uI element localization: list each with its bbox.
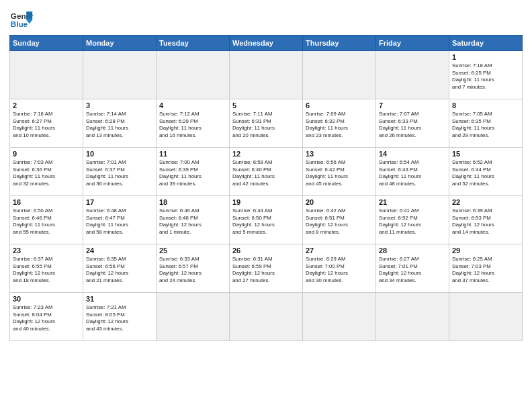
cell-text: Sunrise: 6:46 AM Sunset: 6:48 PM Dayligh…	[159, 208, 226, 236]
calendar-cell: 25Sunrise: 6:33 AM Sunset: 6:57 PM Dayli…	[157, 244, 230, 293]
weekday-header-wednesday: Wednesday	[230, 36, 303, 51]
calendar-row-5: 30Sunrise: 7:23 AM Sunset: 8:04 PM Dayli…	[10, 293, 523, 341]
cell-text: Sunrise: 6:52 AM Sunset: 6:44 PM Dayligh…	[452, 159, 519, 187]
calendar-header: SundayMondayTuesdayWednesdayThursdayFrid…	[10, 36, 523, 51]
calendar-cell: 23Sunrise: 6:37 AM Sunset: 6:55 PM Dayli…	[10, 244, 83, 293]
day-number: 27	[306, 246, 373, 255]
calendar-cell: 19Sunrise: 6:44 AM Sunset: 6:50 PM Dayli…	[230, 196, 303, 244]
cell-text: Sunrise: 7:18 AM Sunset: 6:25 PM Dayligh…	[452, 62, 519, 91]
day-number: 20	[306, 198, 373, 206]
calendar-cell: 8Sunrise: 7:05 AM Sunset: 6:35 PM Daylig…	[449, 99, 523, 148]
cell-text: Sunrise: 6:44 AM Sunset: 6:50 PM Dayligh…	[232, 208, 300, 236]
cell-text: Sunrise: 7:11 AM Sunset: 6:31 PM Dayligh…	[232, 111, 300, 139]
day-number: 1	[452, 53, 519, 61]
weekday-row: SundayMondayTuesdayWednesdayThursdayFrid…	[10, 36, 523, 51]
cell-text: Sunrise: 7:05 AM Sunset: 6:35 PM Dayligh…	[452, 111, 519, 139]
day-number: 15	[452, 150, 519, 158]
cell-text: Sunrise: 7:14 AM Sunset: 6:28 PM Dayligh…	[86, 111, 153, 139]
calendar-cell: 3Sunrise: 7:14 AM Sunset: 6:28 PM Daylig…	[83, 99, 157, 148]
day-number: 11	[159, 150, 226, 158]
day-number: 9	[13, 150, 80, 158]
calendar-cell: 27Sunrise: 6:29 AM Sunset: 7:00 PM Dayli…	[303, 244, 376, 293]
calendar-cell: 31Sunrise: 7:21 AM Sunset: 8:05 PM Dayli…	[83, 293, 157, 341]
cell-text: Sunrise: 6:33 AM Sunset: 6:57 PM Dayligh…	[159, 256, 226, 284]
calendar-cell: 29Sunrise: 6:25 AM Sunset: 7:03 PM Dayli…	[449, 244, 523, 293]
cell-text: Sunrise: 6:56 AM Sunset: 6:42 PM Dayligh…	[306, 159, 373, 187]
cell-text: Sunrise: 6:48 AM Sunset: 6:47 PM Dayligh…	[86, 208, 153, 236]
day-number: 4	[159, 101, 226, 109]
day-number: 23	[13, 246, 80, 255]
calendar-row-4: 23Sunrise: 6:37 AM Sunset: 6:55 PM Dayli…	[10, 244, 523, 293]
calendar-cell	[449, 293, 523, 341]
cell-text: Sunrise: 7:03 AM Sunset: 6:36 PM Dayligh…	[13, 159, 80, 187]
calendar-cell: 12Sunrise: 6:58 AM Sunset: 6:40 PM Dayli…	[230, 148, 303, 196]
cell-text: Sunrise: 7:00 AM Sunset: 6:39 PM Dayligh…	[159, 159, 226, 187]
day-number: 7	[379, 101, 446, 109]
calendar-cell: 10Sunrise: 7:01 AM Sunset: 6:37 PM Dayli…	[83, 148, 157, 196]
calendar-cell	[10, 51, 83, 99]
svg-marker-2	[26, 11, 32, 20]
cell-text: Sunrise: 6:42 AM Sunset: 6:51 PM Dayligh…	[306, 208, 373, 236]
weekday-header-sunday: Sunday	[10, 36, 83, 51]
weekday-header-friday: Friday	[376, 36, 449, 51]
calendar-cell: 1Sunrise: 7:18 AM Sunset: 6:25 PM Daylig…	[449, 51, 523, 99]
calendar-cell	[83, 51, 157, 99]
generalblue-logo-icon: General Blue	[9, 7, 34, 31]
cell-text: Sunrise: 6:31 AM Sunset: 6:59 PM Dayligh…	[232, 256, 300, 284]
cell-text: Sunrise: 6:54 AM Sunset: 6:43 PM Dayligh…	[379, 159, 446, 187]
calendar-cell	[157, 293, 230, 341]
calendar-cell	[303, 293, 376, 341]
calendar-cell: 13Sunrise: 6:56 AM Sunset: 6:42 PM Dayli…	[303, 148, 376, 196]
calendar-cell	[157, 51, 230, 99]
calendar-cell: 7Sunrise: 7:07 AM Sunset: 6:33 PM Daylig…	[376, 99, 449, 148]
calendar-cell: 15Sunrise: 6:52 AM Sunset: 6:44 PM Dayli…	[449, 148, 523, 196]
cell-text: Sunrise: 6:27 AM Sunset: 7:01 PM Dayligh…	[379, 256, 446, 284]
day-number: 19	[232, 198, 300, 206]
calendar-cell	[303, 51, 376, 99]
cell-text: Sunrise: 6:41 AM Sunset: 6:52 PM Dayligh…	[379, 208, 446, 236]
calendar-body: 1Sunrise: 7:18 AM Sunset: 6:25 PM Daylig…	[10, 51, 523, 341]
day-number: 10	[86, 150, 153, 158]
cell-text: Sunrise: 7:12 AM Sunset: 6:29 PM Dayligh…	[159, 111, 226, 139]
weekday-header-thursday: Thursday	[303, 36, 376, 51]
cell-text: Sunrise: 6:39 AM Sunset: 6:53 PM Dayligh…	[452, 208, 519, 236]
header: General Blue	[9, 7, 523, 31]
cell-text: Sunrise: 6:35 AM Sunset: 6:56 PM Dayligh…	[86, 256, 153, 284]
day-number: 8	[452, 101, 519, 109]
cell-text: Sunrise: 6:37 AM Sunset: 6:55 PM Dayligh…	[13, 256, 80, 284]
weekday-header-tuesday: Tuesday	[157, 36, 230, 51]
day-number: 30	[13, 295, 80, 303]
calendar-cell: 11Sunrise: 7:00 AM Sunset: 6:39 PM Dayli…	[157, 148, 230, 196]
calendar-row-1: 2Sunrise: 7:16 AM Sunset: 6:27 PM Daylig…	[10, 99, 523, 148]
day-number: 31	[86, 295, 153, 303]
calendar-cell	[376, 293, 449, 341]
cell-text: Sunrise: 6:58 AM Sunset: 6:40 PM Dayligh…	[232, 159, 300, 187]
day-number: 18	[159, 198, 226, 206]
cell-text: Sunrise: 7:07 AM Sunset: 6:33 PM Dayligh…	[379, 111, 446, 139]
calendar-cell: 21Sunrise: 6:41 AM Sunset: 6:52 PM Dayli…	[376, 196, 449, 244]
calendar-cell: 4Sunrise: 7:12 AM Sunset: 6:29 PM Daylig…	[157, 99, 230, 148]
calendar: SundayMondayTuesdayWednesdayThursdayFrid…	[9, 35, 523, 341]
calendar-cell: 9Sunrise: 7:03 AM Sunset: 6:36 PM Daylig…	[10, 148, 83, 196]
calendar-cell	[230, 51, 303, 99]
cell-text: Sunrise: 7:09 AM Sunset: 6:32 PM Dayligh…	[306, 111, 373, 139]
calendar-cell: 22Sunrise: 6:39 AM Sunset: 6:53 PM Dayli…	[449, 196, 523, 244]
day-number: 22	[452, 198, 519, 206]
svg-text:Blue: Blue	[11, 19, 28, 28]
weekday-header-monday: Monday	[83, 36, 157, 51]
day-number: 2	[13, 101, 80, 109]
day-number: 28	[379, 246, 446, 255]
calendar-cell: 17Sunrise: 6:48 AM Sunset: 6:47 PM Dayli…	[83, 196, 157, 244]
cell-text: Sunrise: 6:29 AM Sunset: 7:00 PM Dayligh…	[306, 256, 373, 284]
calendar-cell: 30Sunrise: 7:23 AM Sunset: 8:04 PM Dayli…	[10, 293, 83, 341]
weekday-header-saturday: Saturday	[449, 36, 523, 51]
cell-text: Sunrise: 6:50 AM Sunset: 6:46 PM Dayligh…	[13, 208, 80, 236]
calendar-cell: 28Sunrise: 6:27 AM Sunset: 7:01 PM Dayli…	[376, 244, 449, 293]
day-number: 17	[86, 198, 153, 206]
page: General Blue SundayMondayTuesdayWednesda…	[0, 0, 532, 411]
calendar-row-2: 9Sunrise: 7:03 AM Sunset: 6:36 PM Daylig…	[10, 148, 523, 196]
cell-text: Sunrise: 7:01 AM Sunset: 6:37 PM Dayligh…	[86, 159, 153, 187]
logo: General Blue	[9, 7, 34, 31]
day-number: 16	[13, 198, 80, 206]
cell-text: Sunrise: 7:16 AM Sunset: 6:27 PM Dayligh…	[13, 111, 80, 139]
